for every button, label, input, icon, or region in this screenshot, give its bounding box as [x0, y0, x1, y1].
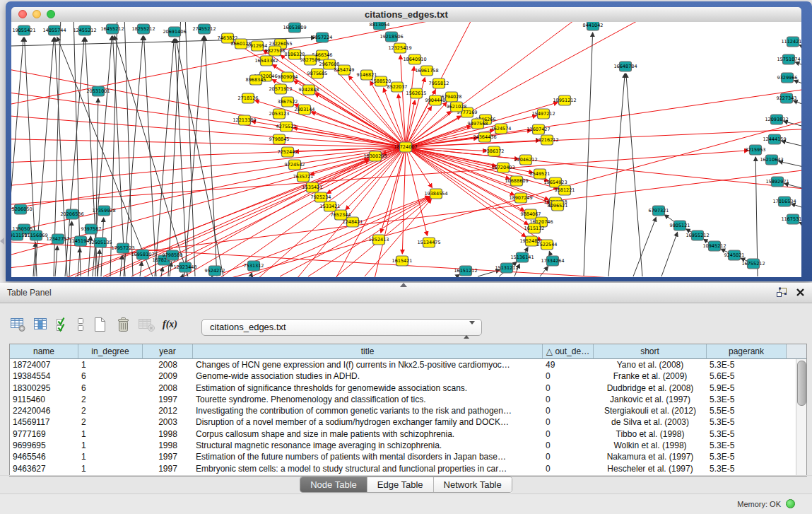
table-row[interactable]: 969969511998Structural magnetic resonanc…: [10, 440, 806, 451]
table-cell: 9465546: [10, 451, 78, 462]
network-window[interactable]: citations_edges.txt 18724007977716997462…: [6, 1, 812, 281]
table-selector-dropdown[interactable]: citations_edges.txt: [201, 319, 482, 336]
function-builder-icon[interactable]: f(x): [163, 319, 177, 330]
delete-table-icon[interactable]: [138, 316, 156, 333]
column-header-out_de[interactable]: △ out_de…: [543, 344, 594, 359]
graph-node-label: 9146821: [357, 72, 377, 78]
header-filler: [787, 344, 806, 359]
graph-node-label: 1562615: [406, 90, 427, 96]
graph-node-label: 1252413: [369, 237, 389, 243]
table-cell: 14569117: [10, 416, 78, 428]
table-cell: 1: [78, 463, 143, 474]
table-cell: Yano et al. (2008): [594, 359, 707, 370]
window-minimize-button[interactable]: [33, 10, 41, 18]
graph-edge: [140, 262, 142, 276]
graph-edge: [75, 159, 369, 276]
float-window-icon[interactable]: [776, 287, 787, 298]
table-row[interactable]: 977716911998Corpus callosum shape and si…: [10, 428, 806, 440]
table-cell: 9463627: [10, 463, 78, 474]
memory-status-indicator[interactable]: [786, 499, 795, 508]
graph-node-label: 9242848: [299, 87, 319, 93]
window-close-button[interactable]: [18, 10, 27, 18]
graph-node-label: 3867522: [278, 99, 298, 105]
table-cell: 1: [78, 440, 143, 451]
table-panel-header[interactable]: Table Panel: [0, 283, 812, 303]
graph-node-label: 1248421: [343, 219, 363, 225]
table-cell: Changes of HCN gene expression and I(f) …: [193, 359, 543, 370]
graph-node-label: 2718126: [238, 95, 259, 101]
network-view[interactable]: 1872400797771699746266949756836245742436…: [11, 22, 801, 277]
table-cell: Jankovic et al. (1997): [594, 394, 707, 405]
graph-node-label: 16455212: [100, 26, 124, 32]
row-selection-icon[interactable]: [55, 317, 69, 332]
graph-node-label: 18724007: [394, 144, 417, 150]
table-mode-icon[interactable]: [10, 317, 27, 332]
column-header-title[interactable]: title: [193, 344, 543, 359]
graph-node-label: 2053123: [269, 111, 290, 117]
graph-node-label: 17359928: [92, 208, 115, 214]
table-row[interactable]: 946554611997Estimation of the future num…: [10, 451, 806, 462]
graph-edge: [160, 147, 406, 277]
graph-edge: [795, 62, 801, 68]
table-row[interactable]: 1830029562008Estimation of significance …: [10, 382, 806, 394]
graph-node-label: 12342757: [46, 236, 69, 242]
new-column-icon[interactable]: [91, 316, 108, 333]
graph-node-label: 2803144: [295, 107, 315, 112]
graph-node-label: 8968345: [246, 77, 266, 83]
tab-node-table[interactable]: Node Table: [300, 477, 367, 492]
scrollbar-thumb[interactable]: [797, 361, 806, 406]
table-cell: 49: [543, 359, 594, 370]
graph-node-label: 18951212: [553, 98, 576, 103]
graph-node-label: 7955812: [429, 81, 449, 86]
column-header-in_degree[interactable]: in_degree: [78, 344, 143, 359]
graph-node-label: 12923448: [173, 264, 196, 270]
tab-network-table[interactable]: Network Table: [433, 477, 512, 492]
table-row[interactable]: 1456911722003Disruption of a novel membe…: [10, 416, 806, 428]
graph-node-label: 20206536: [60, 211, 83, 217]
graph-node-label: 8454749: [334, 67, 355, 73]
table-cell: Tibbo et al. (1998): [594, 428, 707, 440]
window-zoom-button[interactable]: [47, 10, 55, 18]
table-cell: Genome-wide association studies in ADHD.: [193, 370, 543, 382]
table-row[interactable]: 946362711997Embryonic stem cells: a mode…: [10, 463, 806, 474]
table-cell: 0: [543, 416, 594, 428]
graph-edge: [799, 222, 801, 228]
table-header: namein_degreeyeartitle△ out_de…shortpage…: [10, 344, 806, 359]
graph-node-label: 7857224: [312, 35, 333, 40]
window-titlebar[interactable]: citations_edges.txt: [11, 7, 801, 23]
graph-node-label: 16053809: [283, 25, 306, 30]
graph-node-label: 16720403: [491, 165, 514, 170]
panel-splitter-handle[interactable]: [400, 283, 407, 287]
table-cell: 18724007: [10, 359, 78, 370]
column-header-pagerank[interactable]: pagerank: [707, 344, 787, 359]
close-panel-icon[interactable]: [796, 288, 805, 297]
column-header-name[interactable]: name: [10, 344, 78, 359]
network-canvas[interactable]: 1872400797771699746266949756836245742436…: [11, 22, 801, 277]
graph-node-label: 7925234: [311, 194, 331, 200]
graph-node-label: 20531001: [86, 88, 110, 94]
table-row[interactable]: 1938455462009Genome-wide association stu…: [10, 370, 806, 382]
graph-node-label: 12093832: [765, 117, 788, 122]
delete-column-icon[interactable]: [114, 316, 131, 333]
table-row[interactable]: 2242004622012Investigating the contribut…: [10, 405, 806, 416]
graph-node-label: 20571912: [269, 86, 292, 92]
side-panel-collapse-handle[interactable]: [0, 238, 4, 245]
table-body: 1872400712008Changes of HCN gene express…: [10, 359, 806, 474]
graph-edge: [540, 267, 548, 276]
column-header-short[interactable]: short: [594, 344, 707, 359]
table-cell: 1997: [143, 463, 193, 474]
table-row[interactable]: 1872400712008Changes of HCN gene express…: [10, 359, 806, 370]
column-header-year[interactable]: year: [143, 344, 193, 359]
table-cell: Corpus callosum shape and size in male p…: [193, 428, 543, 440]
table-row[interactable]: 911546021997Tourette syndrome. Phenomeno…: [10, 394, 806, 405]
graph-node-label: 7531312: [244, 263, 264, 269]
merge-rows-icon[interactable]: [76, 317, 85, 332]
tab-edge-table[interactable]: Edge Table: [367, 477, 433, 492]
table-cell: 5.3E-5: [707, 359, 787, 370]
graph-node-label: 9581221: [555, 187, 575, 193]
graph-node-label: 19654923: [543, 180, 567, 185]
table-cell: 0: [543, 440, 594, 451]
graph-node-label: 8215953: [746, 147, 766, 153]
table-vertical-scrollbar[interactable]: [796, 359, 806, 476]
show-columns-icon[interactable]: [33, 317, 49, 332]
